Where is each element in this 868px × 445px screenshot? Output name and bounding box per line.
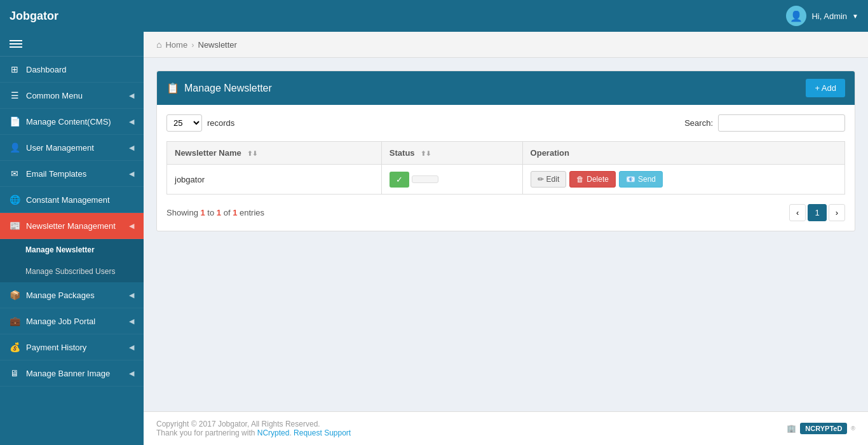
sort-icon: ⬆⬇ bbox=[421, 150, 431, 157]
sidebar-item-manage-packages[interactable]: 📦 Manage Packages ◀ bbox=[0, 282, 144, 308]
card-title-text: Manage Newsletter bbox=[184, 83, 272, 94]
records-per-page: 25 50 100 records bbox=[166, 114, 234, 132]
page-from: 1 bbox=[200, 208, 205, 217]
breadcrumb-separator: › bbox=[191, 40, 194, 50]
banner-icon: 🖥 bbox=[10, 368, 20, 378]
col-status: Status ⬆⬇ bbox=[381, 142, 522, 165]
newsletter-submenu: Manage Newsletter Manage Subscribed User… bbox=[0, 239, 144, 282]
chevron-icon: ◀ bbox=[129, 343, 134, 352]
sidebar-label-manage-packages: Manage Packages bbox=[26, 291, 95, 300]
content-area: ⌂ Home › Newsletter 📋 Manage Newsletter … bbox=[144, 32, 868, 445]
next-page-button[interactable]: › bbox=[829, 204, 845, 221]
sidebar-item-dashboard[interactable]: ⊞ Dashboard bbox=[0, 57, 144, 83]
trademark: ® bbox=[851, 425, 855, 432]
sidebar-sub-manage-newsletter[interactable]: Manage Newsletter bbox=[0, 239, 144, 261]
toggle-on-button[interactable]: ✓ bbox=[390, 172, 409, 188]
request-support-link[interactable]: Request Support bbox=[294, 428, 351, 437]
sidebar-item-constant-management[interactable]: 🌐 Constant Management bbox=[0, 187, 144, 213]
sidebar-label-user-management: User Management bbox=[26, 143, 94, 153]
search-bar: Search: bbox=[684, 114, 845, 132]
footer: Copyright © 2017 Jobgator, All Rights Re… bbox=[144, 411, 868, 445]
manage-subscribed-link[interactable]: Manage Subscribed Users bbox=[0, 261, 144, 282]
ncrypted-link[interactable]: NCrypted bbox=[257, 428, 290, 437]
sidebar-label-manage-job-portal: Manage Job Portal bbox=[26, 317, 95, 326]
sidebar-item-newsletter-management[interactable]: 📰 Newsletter Management ◀ Manage Newslet… bbox=[0, 213, 144, 282]
newsletter-operations: ✏ Edit 🗑 Delete 📧 bbox=[522, 165, 844, 195]
chevron-icon: ◀ bbox=[129, 369, 134, 378]
sidebar-item-common-menu[interactable]: ☰ Common Menu ◀ bbox=[0, 83, 144, 109]
table-controls: 25 50 100 records Search: bbox=[166, 114, 845, 132]
home-icon: ⌂ bbox=[156, 39, 161, 50]
pagination-info: Showing 1 to 1 of 1 entries bbox=[166, 208, 264, 217]
globe-icon: 🌐 bbox=[10, 195, 20, 205]
user-icon: 👤 bbox=[10, 142, 20, 153]
status-toggle: ✓ bbox=[390, 172, 438, 188]
manage-newsletter-card: 📋 Manage Newsletter + Add 25 50 100 bbox=[156, 71, 855, 231]
job-portal-icon: 💼 bbox=[10, 316, 20, 326]
edit-button[interactable]: ✏ Edit bbox=[531, 171, 567, 188]
footer-left: Copyright © 2017 Jobgator, All Rights Re… bbox=[156, 420, 351, 437]
chevron-icon: ◀ bbox=[129, 291, 134, 299]
sort-icon: ⬆⬇ bbox=[247, 150, 257, 157]
sidebar-label-newsletter-management: Newsletter Management bbox=[26, 221, 116, 231]
manage-newsletter-link[interactable]: Manage Newsletter bbox=[0, 239, 144, 261]
send-button[interactable]: 📧 Send bbox=[619, 171, 663, 188]
sidebar-toggle-button[interactable] bbox=[0, 32, 144, 57]
main-content: 📋 Manage Newsletter + Add 25 50 100 bbox=[144, 58, 868, 411]
prev-page-button[interactable]: ‹ bbox=[789, 204, 806, 221]
add-newsletter-button[interactable]: + Add bbox=[806, 79, 845, 97]
page-total: 1 bbox=[233, 208, 237, 217]
ncrypted-badge: NCRYPTeD bbox=[800, 423, 847, 434]
edit-icon: ✏ bbox=[538, 175, 544, 184]
operation-buttons: ✏ Edit 🗑 Delete 📧 bbox=[531, 171, 837, 188]
sidebar-label-manage-banner: Manage Banner Image bbox=[26, 369, 110, 378]
sidebar-item-manage-job-portal[interactable]: 💼 Manage Job Portal ◀ bbox=[0, 308, 144, 334]
records-select-dropdown[interactable]: 25 50 100 bbox=[166, 114, 202, 132]
payment-icon: 💰 bbox=[10, 342, 20, 352]
sidebar-item-payment-history[interactable]: 💰 Payment History ◀ bbox=[0, 334, 144, 360]
footer-right: 🏢 NCRYPTeD ® bbox=[787, 423, 855, 434]
sidebar-item-user-management[interactable]: 👤 User Management ◀ bbox=[0, 135, 144, 161]
records-label: records bbox=[207, 118, 234, 128]
main-wrapper: ⊞ Dashboard ☰ Common Menu ◀ 📄 bbox=[0, 32, 868, 445]
trash-icon: 🗑 bbox=[576, 175, 584, 184]
sidebar-item-manage-banner[interactable]: 🖥 Manage Banner Image ◀ bbox=[0, 360, 144, 387]
user-dropdown[interactable]: 👤 Hi, Admin ▼ bbox=[786, 6, 858, 26]
building-icon: 🏢 bbox=[787, 424, 796, 433]
user-name: Hi, Admin bbox=[811, 11, 847, 21]
chevron-down-icon: ▼ bbox=[852, 13, 858, 20]
breadcrumb: ⌂ Home › Newsletter bbox=[144, 32, 868, 58]
brand-name: Jobgator bbox=[10, 10, 58, 23]
copyright-text: Copyright © 2017 Jobgator, All Rights Re… bbox=[156, 420, 351, 428]
chevron-icon: ◀ bbox=[129, 222, 134, 230]
page-to: 1 bbox=[217, 208, 221, 217]
chevron-icon: ◀ bbox=[129, 144, 134, 152]
pagination-controls: ‹ 1 › bbox=[789, 204, 845, 221]
search-label: Search: bbox=[684, 118, 713, 128]
table-icon: 📋 bbox=[166, 82, 179, 94]
sidebar-label-constant-management: Constant Management bbox=[26, 195, 110, 205]
col-operation: Operation bbox=[522, 142, 844, 165]
page-1-button[interactable]: 1 bbox=[808, 204, 826, 221]
sidebar-label-payment-history: Payment History bbox=[26, 343, 86, 352]
sidebar: ⊞ Dashboard ☰ Common Menu ◀ 📄 bbox=[0, 32, 144, 445]
col-name: Newsletter Name ⬆⬇ bbox=[167, 142, 382, 165]
dashboard-icon: ⊞ bbox=[10, 64, 20, 74]
newsletter-status: ✓ bbox=[381, 165, 522, 195]
chevron-icon: ◀ bbox=[129, 317, 134, 325]
newsletter-table: Newsletter Name ⬆⬇ Status ⬆⬇ Operation bbox=[166, 141, 845, 195]
sidebar-sub-manage-subscribed[interactable]: Manage Subscribed Users bbox=[0, 261, 144, 282]
toggle-off-button[interactable] bbox=[412, 175, 438, 183]
card-header: 📋 Manage Newsletter + Add bbox=[157, 71, 855, 105]
sidebar-item-email-templates[interactable]: ✉ Email Templates ◀ bbox=[0, 161, 144, 187]
card-body: 25 50 100 records Search: bbox=[157, 105, 855, 231]
search-input[interactable] bbox=[718, 114, 845, 132]
sidebar-item-manage-content[interactable]: 📄 Manage Content(CMS) ◀ bbox=[0, 109, 144, 135]
card-title: 📋 Manage Newsletter bbox=[166, 82, 272, 94]
table-row: jobgator ✓ bbox=[167, 165, 845, 195]
breadcrumb-home[interactable]: Home bbox=[165, 40, 187, 50]
common-menu-icon: ☰ bbox=[10, 90, 20, 100]
chevron-icon: ◀ bbox=[129, 118, 134, 126]
sidebar-label-manage-content: Manage Content(CMS) bbox=[26, 117, 111, 127]
delete-button[interactable]: 🗑 Delete bbox=[569, 171, 616, 188]
